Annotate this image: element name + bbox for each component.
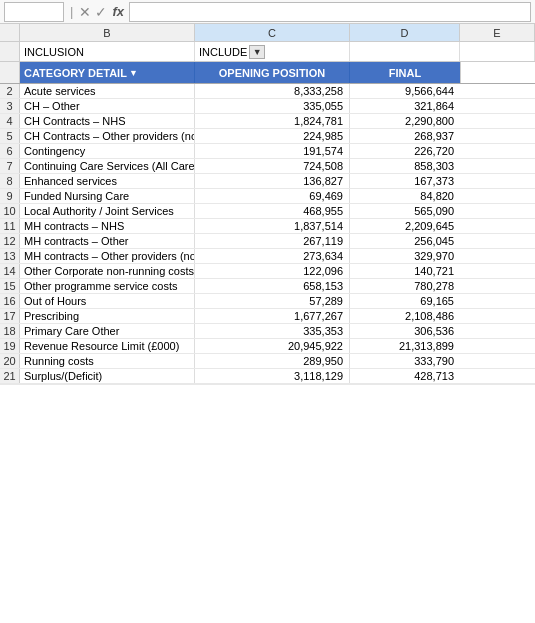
cell-final-13: 780,278	[350, 279, 460, 293]
row-num-2: 2	[0, 84, 20, 98]
cell-category-2: CH Contracts – NHS	[20, 114, 195, 128]
col-header-b[interactable]: B	[20, 24, 195, 41]
cell-empty-4	[460, 144, 535, 158]
table-row: 14 Other Corporate non-running costs 122…	[0, 264, 535, 279]
cell-empty-8	[460, 204, 535, 218]
cell-category-4: Contingency	[20, 144, 195, 158]
row-num-12: 12	[0, 234, 20, 248]
cell-category-13: Other programme service costs	[20, 279, 195, 293]
row-num-header	[0, 62, 20, 83]
cell-opening-6: 136,827	[195, 174, 350, 188]
row-num-16: 16	[0, 294, 20, 308]
cell-final-17: 21,313,899	[350, 339, 460, 353]
filter-col-d	[350, 42, 460, 61]
cell-category-6: Enhanced services	[20, 174, 195, 188]
column-headers: B C D E	[0, 24, 535, 42]
cell-opening-4: 191,574	[195, 144, 350, 158]
row-num-11: 11	[0, 219, 20, 233]
cell-empty-5	[460, 159, 535, 173]
cell-final-1: 321,864	[350, 99, 460, 113]
cell-opening-3: 224,985	[195, 129, 350, 143]
row-num-5: 5	[0, 129, 20, 143]
row-num-9: 9	[0, 189, 20, 203]
cell-opening-18: 289,950	[195, 354, 350, 368]
filter-col-e	[460, 42, 535, 61]
row-num-18: 18	[0, 324, 20, 338]
table-row: 16 Out of Hours 57,289 69,165	[0, 294, 535, 309]
table-row: 20 Running costs 289,950 333,790	[0, 354, 535, 369]
filter-inclusion: INCLUSION	[20, 42, 195, 61]
cell-final-14: 69,165	[350, 294, 460, 308]
cell-category-11: MH contracts – Other providers (non–	[20, 249, 195, 263]
cell-opening-13: 658,153	[195, 279, 350, 293]
cell-empty-0	[460, 84, 535, 98]
data-table: 2 Acute services 8,333,258 9,566,644 3 C…	[0, 84, 535, 384]
name-box[interactable]	[4, 2, 64, 22]
table-row: 2 Acute services 8,333,258 9,566,644	[0, 84, 535, 99]
row-num-3: 3	[0, 99, 20, 113]
cell-opening-11: 273,634	[195, 249, 350, 263]
table-row: 11 MH contracts – NHS 1,837,514 2,209,64…	[0, 219, 535, 234]
cell-opening-14: 57,289	[195, 294, 350, 308]
row-num-4: 4	[0, 114, 20, 128]
cell-category-17: Revenue Resource Limit (£000)	[20, 339, 195, 353]
table-row: 12 MH contracts – Other 267,119 256,045	[0, 234, 535, 249]
cell-empty-3	[460, 129, 535, 143]
cell-final-11: 329,970	[350, 249, 460, 263]
table-header: CATEGORY DETAIL ▼ OPENING POSITION FINAL	[0, 62, 535, 84]
cell-opening-7: 69,469	[195, 189, 350, 203]
table-row: 5 CH Contracts – Other providers (non– 2…	[0, 129, 535, 144]
table-row: 7 Continuing Care Services (All Care Gr …	[0, 159, 535, 174]
table-row: 4 CH Contracts – NHS 1,824,781 2,290,800	[0, 114, 535, 129]
row-num-15: 15	[0, 279, 20, 293]
cell-final-2: 2,290,800	[350, 114, 460, 128]
cell-empty-16	[460, 324, 535, 338]
cell-final-18: 333,790	[350, 354, 460, 368]
confirm-icon[interactable]: ✓	[95, 4, 107, 20]
table-row: 6 Contingency 191,574 226,720	[0, 144, 535, 159]
fx-icon[interactable]: fx	[112, 4, 124, 19]
col-header-c[interactable]: C	[195, 24, 350, 41]
cell-empty-14	[460, 294, 535, 308]
cell-empty-19	[460, 369, 535, 383]
table-row: 3 CH – Other 335,055 321,864	[0, 99, 535, 114]
formula-input[interactable]	[129, 2, 531, 22]
cell-empty-17	[460, 339, 535, 353]
cell-empty-6	[460, 174, 535, 188]
cell-opening-9: 1,837,514	[195, 219, 350, 233]
row-num-6: 6	[0, 144, 20, 158]
cell-category-9: MH contracts – NHS	[20, 219, 195, 233]
cell-opening-17: 20,945,922	[195, 339, 350, 353]
category-filter-button[interactable]: ▼	[127, 68, 140, 78]
table-row: 19 Revenue Resource Limit (£000) 20,945,…	[0, 339, 535, 354]
cell-category-15: Prescribing	[20, 309, 195, 323]
row-num-19: 19	[0, 339, 20, 353]
cell-empty-11	[460, 249, 535, 263]
separator: |	[70, 4, 73, 19]
cell-category-16: Primary Care Other	[20, 324, 195, 338]
table-row: 13 MH contracts – Other providers (non– …	[0, 249, 535, 264]
cell-final-16: 306,536	[350, 324, 460, 338]
cell-category-0: Acute services	[20, 84, 195, 98]
cell-empty-2	[460, 114, 535, 128]
filter-row: INCLUSION INCLUDE ▼	[0, 42, 535, 62]
cell-empty-9	[460, 219, 535, 233]
cell-empty-15	[460, 309, 535, 323]
cell-final-4: 226,720	[350, 144, 460, 158]
cell-category-19: Surplus/(Deficit)	[20, 369, 195, 383]
col-header-e[interactable]: E	[460, 24, 535, 41]
row-num-10: 10	[0, 204, 20, 218]
cancel-icon[interactable]: ✕	[79, 4, 91, 20]
col-header-d[interactable]: D	[350, 24, 460, 41]
cell-category-10: MH contracts – Other	[20, 234, 195, 248]
table-row: 8 Enhanced services 136,827 167,373	[0, 174, 535, 189]
cell-final-6: 167,373	[350, 174, 460, 188]
cell-opening-12: 122,096	[195, 264, 350, 278]
include-dropdown[interactable]: ▼	[249, 45, 265, 59]
cell-category-7: Funded Nursing Care	[20, 189, 195, 203]
row-num-filter	[0, 42, 20, 61]
cell-opening-15: 1,677,267	[195, 309, 350, 323]
cell-empty-10	[460, 234, 535, 248]
formula-bar: | ✕ ✓ fx	[0, 0, 535, 24]
cell-final-12: 140,721	[350, 264, 460, 278]
